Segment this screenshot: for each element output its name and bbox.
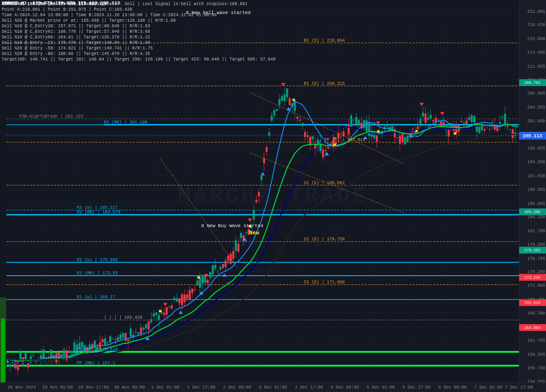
chart-container: MARCHZ TRADE XMRUSD.H1 199.379 199.379 1… bbox=[0, 0, 546, 392]
chart-canvas bbox=[0, 0, 546, 392]
